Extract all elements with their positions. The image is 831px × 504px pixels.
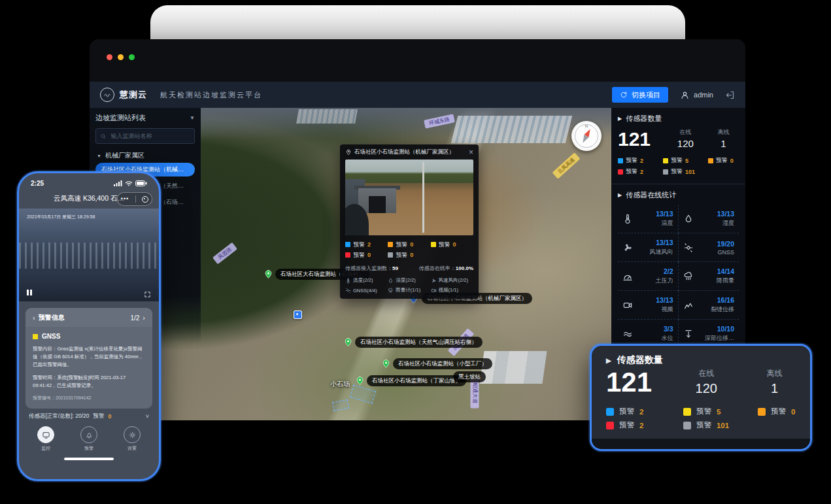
chevron-right-icon[interactable]: › — [143, 314, 145, 322]
warning-summary: 预警2预警2预警5预警101预警0 — [618, 155, 739, 177]
map-pin-icon — [355, 376, 365, 386]
phone-page-title: 云凤高速 K36,400 石… — [54, 194, 124, 203]
phone-nav-bar: 云凤高速 K36,400 石… ••• — [19, 189, 159, 209]
temperature-icon — [622, 214, 633, 224]
sensor-chip-label: 温度(2/2) — [353, 277, 373, 284]
sensor-count-zoom-panel: ▶ 传感器数量 121 在线 120 离线 1 预警2预警2预警5预警101预警… — [590, 344, 812, 451]
compass-control[interactable]: N — [571, 121, 602, 151]
gnss-device-marker[interactable] — [294, 311, 302, 319]
station-search-input[interactable] — [110, 132, 190, 140]
brand-name: 慧测云 — [120, 89, 147, 101]
warning-label: 预警 — [396, 241, 407, 249]
sensor-count-section-header[interactable]: ▶ 传感器数量 — [618, 114, 739, 124]
zoom-panel-title: 传感器数量 — [617, 354, 663, 366]
live-video-player[interactable]: 2021年03月17日 星期三 18:29:58 — [19, 209, 159, 301]
close-icon[interactable]: × — [469, 148, 473, 156]
phone-mockup: 2:25 云凤高速 K36,400 石… ••• 2021年03月17日 星期三… — [17, 171, 161, 481]
stat-label: 水位 — [662, 334, 673, 343]
warning-row: 预警101 — [663, 167, 708, 176]
warning-label: 预警 — [626, 156, 637, 165]
stat-value: 2/2 — [656, 267, 673, 275]
soil-pressure-icon — [622, 271, 633, 282]
stat-label: 视频 — [656, 305, 673, 314]
chevron-down-icon[interactable]: ˅ — [146, 413, 149, 420]
minimize-window-button[interactable] — [118, 54, 124, 60]
fullscreen-button[interactable] — [144, 289, 151, 296]
map-station-marker[interactable]: 黑土坡站 — [453, 371, 486, 382]
phone-tab-label: 设置 — [127, 445, 137, 452]
more-icon[interactable]: ••• — [121, 196, 129, 202]
warning-column: 预警5预警101 — [663, 155, 708, 177]
warning-value: 2 — [367, 241, 371, 248]
warning-value: 0 — [367, 252, 371, 258]
stat-label: 风速风向 — [650, 248, 673, 256]
warning-column: 预警2预警2 — [606, 405, 683, 432]
warning-row: 预警0 — [708, 156, 739, 165]
map-station-marker[interactable]: 石场社区小石场监测站（丁家山坡） — [355, 375, 466, 386]
miniprogram-capsule[interactable]: ••• — [117, 192, 152, 206]
sensor-count-title: 传感器数量 — [626, 114, 662, 124]
map-station-marker[interactable]: 石场社区小石场监测站（天然气山调压站右侧） — [343, 337, 483, 348]
stat-cell[interactable]: 13/13温度 — [618, 205, 679, 233]
user-menu[interactable]: admin — [680, 90, 713, 100]
logout-button[interactable] — [725, 90, 735, 100]
stat-cell[interactable]: 16/16裂缝位移 — [679, 291, 739, 320]
station-group-label: 机械厂家属区 — [105, 151, 144, 160]
warning-value: 0 — [410, 252, 413, 258]
user-icon — [680, 90, 690, 100]
phone-warn-label: 预警 — [93, 412, 105, 420]
stat-label: 深部位移… — [705, 334, 734, 343]
stat-cell[interactable]: 2/2土压力 — [618, 262, 679, 291]
phone-status-bar: 2:25 — [19, 173, 159, 189]
warning-label: 预警 — [396, 251, 407, 260]
sensor-chip: 视频(1/1) — [431, 287, 473, 294]
zoom-offline-label: 离线 — [753, 368, 796, 379]
alert-code-text: 预警编号：20210317094142 — [33, 395, 145, 401]
stat-cell[interactable]: 19/20GNSS — [679, 233, 739, 262]
warning-column: 预警2预警2 — [618, 155, 663, 177]
station-group-row[interactable]: ▼ 机械厂家属区 — [97, 151, 194, 160]
map-station-marker[interactable]: 石场社区小石场监测站（小型工厂） — [381, 358, 492, 369]
zoom-window-button[interactable] — [129, 54, 135, 60]
stat-value: 3/3 — [662, 325, 673, 333]
alert-card-title: 预警信息 — [39, 313, 65, 322]
warning-color-square — [345, 252, 350, 258]
road-label: 环城东路 — [424, 114, 455, 128]
close-circle-icon[interactable] — [142, 196, 148, 203]
sensor-chip: 雨量计(1/1) — [388, 287, 430, 294]
switch-project-button[interactable]: 切换项目 — [612, 87, 668, 103]
phone-tab-监控[interactable]: 监控 — [37, 426, 54, 452]
chevron-left-icon[interactable]: ‹ — [33, 314, 35, 322]
sensor-total-value: 121 — [618, 129, 663, 149]
stat-cell[interactable]: 14/14降雨量 — [679, 262, 739, 291]
station-sidebar-header[interactable]: 边坡监测站列表 ▼ — [95, 113, 195, 123]
warning-color-square — [388, 242, 393, 247]
pause-button[interactable] — [27, 290, 32, 295]
phone-tab-预警[interactable]: 预警 — [80, 426, 97, 452]
warning-color-square — [345, 242, 350, 247]
wifi-icon — [125, 180, 133, 186]
town-label: 小石场 — [330, 380, 350, 389]
home-indicator[interactable] — [64, 458, 114, 460]
warning-value: 2 — [639, 408, 643, 416]
platform-title: 航天检测站边坡监测云平台 — [160, 90, 262, 100]
stat-cell[interactable]: 13/13视频 — [618, 291, 679, 320]
sensor-chip-label: 雨量计(1/1) — [396, 287, 420, 294]
warning-row: 预警2 — [606, 420, 683, 430]
alert-card: ‹ 预警信息 1/2 › GNSS 预警内容：Gnss监测值 x(累计位移变化量… — [25, 308, 152, 409]
header-actions: 切换项目 admin — [612, 87, 735, 103]
warning-row: 预警2 — [618, 167, 663, 176]
stat-cell[interactable]: 13/13风速风向 — [618, 233, 679, 262]
phone-tab-设置[interactable]: 设置 — [124, 426, 141, 452]
warning-label: 预警 — [353, 251, 365, 260]
online-stats-section-header[interactable]: ▶ 传感器在线统计 — [618, 190, 739, 200]
stat-cell[interactable]: 13/13湿度 — [679, 205, 739, 233]
zoom-panel-count-row: 121 在线 120 离线 1 — [606, 368, 796, 396]
warning-color-square — [618, 158, 623, 163]
sensor-chip: 温度(2/2) — [345, 277, 388, 284]
phone-sensor-summary-row[interactable]: 传感器[正常/总数]: 20/20 预警 0 ˅ — [19, 412, 159, 420]
warning-row: 预警0 — [388, 251, 430, 260]
close-window-button[interactable] — [107, 54, 112, 60]
alert-sensor-name: GNSS — [42, 333, 60, 340]
stat-value: 13/13 — [717, 210, 734, 218]
